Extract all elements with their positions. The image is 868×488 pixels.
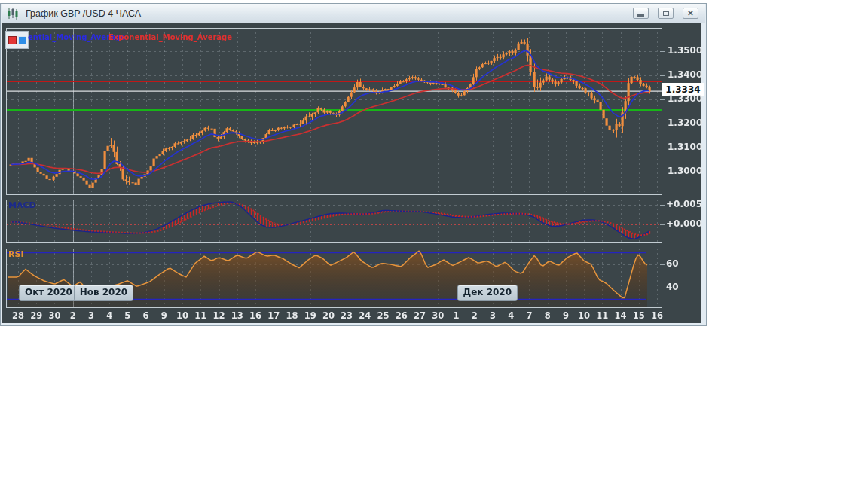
- candlestick-chart-icon: [7, 8, 20, 20]
- maximize-icon: [663, 11, 669, 16]
- window-controls: ✕: [633, 8, 698, 19]
- window-title: График GBP /USD 4 ЧАСА: [26, 8, 141, 19]
- window-titlebar[interactable]: График GBP /USD 4 ЧАСА ✕: [2, 4, 705, 23]
- close-button[interactable]: ✕: [683, 8, 698, 19]
- minimize-icon: [637, 14, 644, 17]
- close-icon: ✕: [687, 10, 693, 17]
- desktop: График GBP /USD 4 ЧАСА ✕ ential_Moving_A…: [0, 0, 868, 488]
- chart-canvas[interactable]: [2, 23, 704, 324]
- maximize-button[interactable]: [658, 8, 674, 19]
- minimize-button[interactable]: [633, 8, 649, 19]
